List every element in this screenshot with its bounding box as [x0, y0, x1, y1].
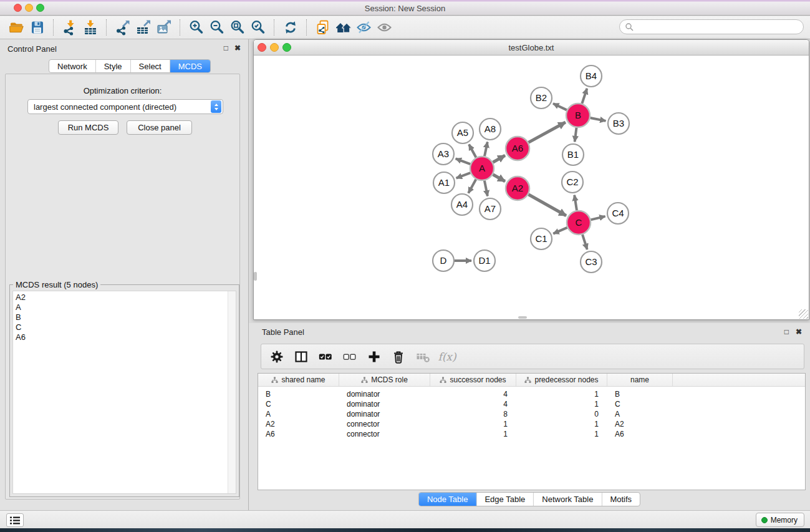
table-cell[interactable]: A	[258, 409, 339, 419]
table-cell[interactable]: 1	[516, 419, 607, 429]
table-cell[interactable]: 4	[430, 399, 516, 409]
table-cell[interactable]: 1	[430, 429, 516, 439]
table-cell[interactable]: 0	[516, 409, 607, 419]
graph-edge-A-A5[interactable]	[469, 144, 476, 157]
export-table-button[interactable]	[133, 18, 153, 37]
graph-edge-A2-C[interactable]	[528, 195, 566, 216]
tab-select[interactable]: Select	[130, 60, 170, 72]
table-cell[interactable]: connector	[339, 429, 430, 439]
refresh-layout-button[interactable]	[280, 18, 301, 37]
mcds-result-item[interactable]: B	[13, 312, 236, 322]
column-header-name[interactable]: name	[607, 374, 673, 386]
table-cell[interactable]: 1	[516, 429, 607, 439]
table-cell[interactable]: A2	[258, 419, 339, 429]
tab-network-table[interactable]: Network Table	[533, 493, 601, 506]
graph-edge-A-A2[interactable]	[493, 175, 505, 181]
graph-edge-C-C3[interactable]	[582, 235, 587, 249]
open-session-button[interactable]	[6, 18, 27, 37]
table-cell[interactable]: C	[258, 399, 339, 409]
create-column-button[interactable]	[367, 349, 382, 364]
window-resize-grip[interactable]	[799, 309, 808, 319]
run-mcds-button[interactable]: Run MCDS	[58, 120, 118, 135]
search-input[interactable]	[637, 22, 798, 31]
graph-edge-C-C2[interactable]	[574, 195, 577, 210]
mcds-result-item[interactable]: C	[13, 322, 236, 332]
mcds-result-item[interactable]: A6	[13, 332, 236, 342]
mcds-result-item[interactable]: A2	[13, 293, 236, 302]
graph-edge-B-B3[interactable]	[591, 118, 606, 121]
graph-edge-B-B1[interactable]	[575, 128, 577, 142]
column-header-mcds-role[interactable]: MCDS role	[339, 374, 430, 386]
graph-edge-A-A7[interactable]	[485, 181, 488, 196]
hide-selected-button[interactable]	[354, 18, 374, 37]
import-network-button[interactable]	[59, 18, 80, 37]
zoom-selected-button[interactable]	[248, 18, 268, 37]
delete-columns-button[interactable]	[391, 349, 406, 364]
table-cell[interactable]: dominator	[339, 399, 430, 409]
table-row[interactable]: Cdominator41C	[258, 399, 805, 409]
show-column-panel-button[interactable]	[294, 349, 309, 364]
export-network-button[interactable]	[112, 18, 133, 37]
column-header-successor-nodes[interactable]: successor nodes	[430, 374, 516, 386]
export-image-button[interactable]	[153, 18, 174, 37]
tab-network[interactable]: Network	[49, 60, 95, 72]
float-panel-icon[interactable]: □	[224, 44, 228, 52]
graph-edge-B-B4[interactable]	[582, 89, 587, 104]
horizontal-scrollbar-thumb[interactable]	[518, 316, 527, 319]
table-row[interactable]: Bdominator41B	[258, 389, 805, 399]
table-cell[interactable]: C	[607, 399, 673, 409]
task-history-button[interactable]	[6, 513, 24, 527]
close-panel-icon[interactable]: ✖	[234, 44, 241, 52]
table-cell[interactable]: 1	[516, 399, 607, 409]
table-row[interactable]: A2connector11A2	[258, 419, 805, 429]
graph-edge-B-B2[interactable]	[553, 104, 567, 110]
tab-edge-table[interactable]: Edge Table	[476, 493, 533, 506]
clone-network-button[interactable]	[312, 18, 333, 37]
graph-edge-C-C1[interactable]	[553, 228, 567, 234]
table-cell[interactable]: dominator	[339, 409, 430, 419]
table-settings-button[interactable]	[269, 349, 284, 364]
mcds-result-listbox[interactable]: A2ABCA6	[12, 291, 236, 494]
table-cell[interactable]: 1	[516, 389, 607, 399]
table-cell[interactable]: 8	[430, 409, 516, 419]
table-cell[interactable]: B	[258, 389, 339, 399]
deselect-all-columns-button[interactable]	[342, 349, 357, 364]
graph-edge-C-C4[interactable]	[591, 216, 605, 220]
zoom-in-button[interactable]	[186, 18, 206, 37]
column-header-predecessor-nodes[interactable]: predecessor nodes	[516, 374, 607, 386]
table-cell[interactable]: A2	[607, 419, 673, 429]
graph-edge-A-A8[interactable]	[485, 142, 488, 157]
graph-edge-A6-B[interactable]	[529, 122, 566, 142]
network-canvas[interactable]: AA1A2A3A4A5A6A7A8BB1B2B3B4CC1C2C3C4DD1	[254, 56, 809, 319]
criterion-dropdown[interactable]: largest connected component (directed)	[27, 99, 223, 114]
table-cell[interactable]: dominator	[339, 389, 430, 399]
tab-node-table[interactable]: Node Table	[419, 493, 476, 506]
tab-mcds[interactable]: MCDS	[170, 60, 210, 72]
zoom-fit-button[interactable]	[227, 18, 248, 37]
memory-button[interactable]: Memory	[756, 513, 804, 527]
close-panel-button[interactable]: Close panel	[127, 120, 192, 135]
show-all-networks-button[interactable]	[333, 18, 354, 37]
select-all-columns-button[interactable]	[318, 349, 333, 364]
network-window-title-bar[interactable]: testGlobe.txt	[254, 40, 809, 56]
save-session-button[interactable]	[27, 18, 47, 37]
tab-motifs[interactable]: Motifs	[601, 493, 640, 506]
float-panel-icon[interactable]: □	[784, 327, 789, 336]
table-cell[interactable]: A6	[607, 429, 673, 439]
search-field[interactable]	[619, 19, 804, 34]
graph-edge-A-A3[interactable]	[456, 158, 471, 164]
mcds-result-item[interactable]: A	[13, 302, 236, 312]
tab-style[interactable]: Style	[95, 60, 130, 72]
table-row[interactable]: A6connector11A6	[258, 429, 805, 439]
graph-edge-A-A1[interactable]	[456, 173, 471, 178]
vertical-scrollbar-thumb[interactable]	[254, 272, 257, 281]
graph-edge-A-A6[interactable]	[493, 155, 505, 162]
show-selected-button[interactable]	[374, 18, 395, 37]
import-table-button[interactable]	[80, 18, 100, 37]
table-cell[interactable]: B	[607, 389, 673, 399]
table-cell[interactable]: A	[607, 409, 673, 419]
close-panel-icon[interactable]: ✖	[796, 327, 802, 336]
graph-edge-A-A4[interactable]	[468, 180, 476, 193]
table-cell[interactable]: connector	[339, 419, 430, 429]
table-cell[interactable]: A6	[258, 429, 339, 439]
